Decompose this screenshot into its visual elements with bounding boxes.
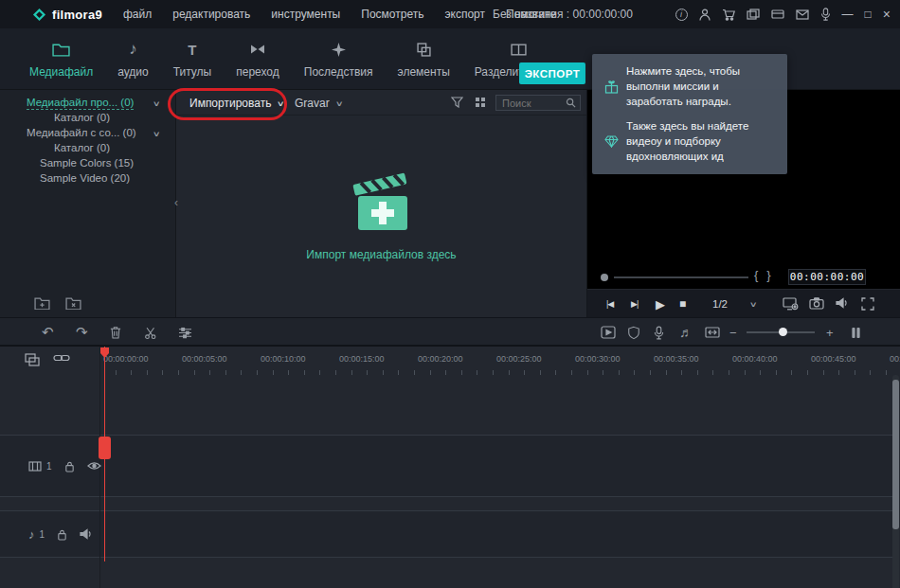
time-ruler[interactable]: 00:00:00:00 00:00:05:00 00:00:10:00 00:0… xyxy=(99,347,900,375)
zoom-out-button[interactable]: − xyxy=(729,318,737,347)
video-track-lane[interactable] xyxy=(0,435,892,497)
app-name: filmora9 xyxy=(52,8,102,22)
library-item-sample-colors[interactable]: Sample Colors (15) xyxy=(0,155,175,170)
titlebar-icons: i — □ × xyxy=(675,7,891,22)
audio-track-lane[interactable] xyxy=(0,510,892,558)
eye-icon[interactable] xyxy=(87,461,101,471)
link-chain-icon[interactable] xyxy=(53,353,70,363)
fullscreen-icon[interactable] xyxy=(861,297,874,311)
user-icon[interactable] xyxy=(699,9,711,21)
chevron-down-icon[interactable]: ∨ xyxy=(153,127,161,140)
trash-icon[interactable] xyxy=(110,318,121,347)
library-item-project-media[interactable]: Медиафайл про... (0) ∨ xyxy=(0,95,175,110)
scissors-icon[interactable] xyxy=(144,318,157,347)
mark-in-button[interactable]: { xyxy=(754,268,758,282)
new-folder-icon[interactable] xyxy=(34,296,50,310)
collapse-panel-arrow[interactable]: ‹ xyxy=(174,196,178,209)
effects-icon xyxy=(332,40,346,59)
chevron-down-icon: ∨ xyxy=(335,98,344,107)
play-button[interactable]: ▶ xyxy=(656,290,665,318)
tab-effects[interactable]: Последствия xyxy=(292,28,386,79)
zoom-slider-handle[interactable] xyxy=(779,328,787,336)
menu-item-view[interactable]: Посмотреть xyxy=(361,8,423,21)
import-drop-zone[interactable]: Импорт медиафайлов здесь xyxy=(176,116,586,317)
tab-transition[interactable]: переход xyxy=(224,28,292,79)
envelope-icon[interactable] xyxy=(796,9,809,20)
media-library-icon[interactable] xyxy=(747,9,760,20)
chevron-down-icon[interactable]: ∨ xyxy=(750,290,757,318)
maximize-button[interactable]: □ xyxy=(865,8,872,21)
track-number: 1 xyxy=(46,461,52,472)
transport-bar: |◀ ▶| ▶ ■ 1/2 ∨ xyxy=(587,289,900,317)
track-size-icon[interactable] xyxy=(851,318,861,347)
stop-button[interactable]: ■ xyxy=(679,290,686,318)
filmora-app: filmora9 файл редактировать инструменты … xyxy=(0,0,900,588)
trim-handle[interactable] xyxy=(99,437,111,459)
playback-quality-select[interactable]: 1/2 xyxy=(712,290,728,318)
render-preview-button[interactable] xyxy=(601,318,616,347)
media-panel-header: Импортировать ∨ Gravar ∨ xyxy=(176,90,586,116)
lock-icon[interactable] xyxy=(64,460,75,472)
seek-bar[interactable] xyxy=(614,276,748,278)
import-button[interactable]: Импортировать ∨ xyxy=(189,90,284,116)
gift-card-icon[interactable] xyxy=(771,9,784,19)
ruler-label: 00:00:15:00 xyxy=(339,354,385,364)
speaker-icon[interactable] xyxy=(80,528,93,540)
library-item-catalog[interactable]: Каталог (0) xyxy=(0,140,175,155)
library-item-sample-video[interactable]: Sample Video (20) xyxy=(0,170,175,186)
minimize-button[interactable]: — xyxy=(842,8,854,21)
delete-folder-icon[interactable] xyxy=(65,296,81,310)
voiceover-mic-icon[interactable] xyxy=(654,318,664,347)
ruler-label: 00:00:20:00 xyxy=(418,354,463,364)
previous-frame-button[interactable]: |◀ xyxy=(606,290,613,318)
timeline-scrollbar-thumb[interactable] xyxy=(892,380,899,529)
tab-elements[interactable]: элементы xyxy=(386,28,462,79)
music-note-icon: ♪ xyxy=(28,527,35,542)
tooltip-item: Нажмите здесь, чтобы выполни миссии и за… xyxy=(603,63,776,109)
cart-icon[interactable] xyxy=(722,9,735,21)
ruler-label: 00:00:10:00 xyxy=(261,354,306,364)
mic-icon[interactable] xyxy=(820,8,831,21)
tab-label: элементы xyxy=(398,65,450,79)
mark-out-button[interactable]: } xyxy=(766,268,770,282)
tab-media[interactable]: Медиафайл xyxy=(17,28,105,79)
library-item-shared-media[interactable]: Медиафайл с со... (0) ∨ xyxy=(0,125,175,140)
redo-button[interactable]: ↷ xyxy=(76,318,88,347)
advanced-edit-icon[interactable] xyxy=(178,318,192,347)
display-settings-icon[interactable] xyxy=(783,297,799,311)
grid-view-icon[interactable] xyxy=(475,97,486,108)
audio-mixer-icon[interactable]: ♬ xyxy=(679,318,693,347)
info-icon[interactable]: i xyxy=(675,9,688,21)
video-track-icon xyxy=(28,461,42,472)
ruler-label: 00:00:35:00 xyxy=(654,354,699,364)
zoom-in-button[interactable]: + xyxy=(826,318,834,347)
export-button[interactable]: ЭКСПОРТ xyxy=(519,62,585,84)
marker-shield-icon[interactable] xyxy=(627,318,640,347)
output-range-icon[interactable] xyxy=(705,318,720,347)
speaker-icon[interactable] xyxy=(836,297,849,309)
clapperboard-icon xyxy=(349,172,415,233)
menu-item-file[interactable]: файл xyxy=(123,8,152,21)
close-button[interactable]: × xyxy=(883,7,891,22)
seek-handle[interactable] xyxy=(601,274,608,281)
menu-item-tools[interactable]: инструменты xyxy=(271,8,340,21)
record-dropdown[interactable]: Gravar ∨ xyxy=(295,90,342,116)
menu-item-export[interactable]: экспорт xyxy=(444,8,485,21)
manage-tracks-icon[interactable] xyxy=(25,353,40,366)
ruler-label: 00:00:25:00 xyxy=(496,354,542,364)
search-input[interactable] xyxy=(500,97,562,110)
ruler-label: 00:00:00:00 xyxy=(103,354,149,364)
snapshot-camera-icon[interactable] xyxy=(809,297,824,310)
menu-item-edit[interactable]: редактировать xyxy=(172,8,250,21)
next-frame-button[interactable]: ▶| xyxy=(631,290,638,318)
undo-button[interactable]: ↶ xyxy=(42,318,54,347)
tab-audio[interactable]: ♪ аудио xyxy=(105,28,161,79)
tab-titles[interactable]: T Титулы xyxy=(161,28,225,79)
library-item-catalog[interactable]: Каталог (0) xyxy=(0,110,175,125)
app-logo: filmora9 xyxy=(32,8,102,22)
chevron-down-icon[interactable]: ∨ xyxy=(153,97,161,110)
search-icon[interactable] xyxy=(566,98,576,108)
filter-icon[interactable] xyxy=(451,97,463,108)
lock-icon[interactable] xyxy=(57,528,67,541)
split-screen-icon xyxy=(511,40,527,59)
